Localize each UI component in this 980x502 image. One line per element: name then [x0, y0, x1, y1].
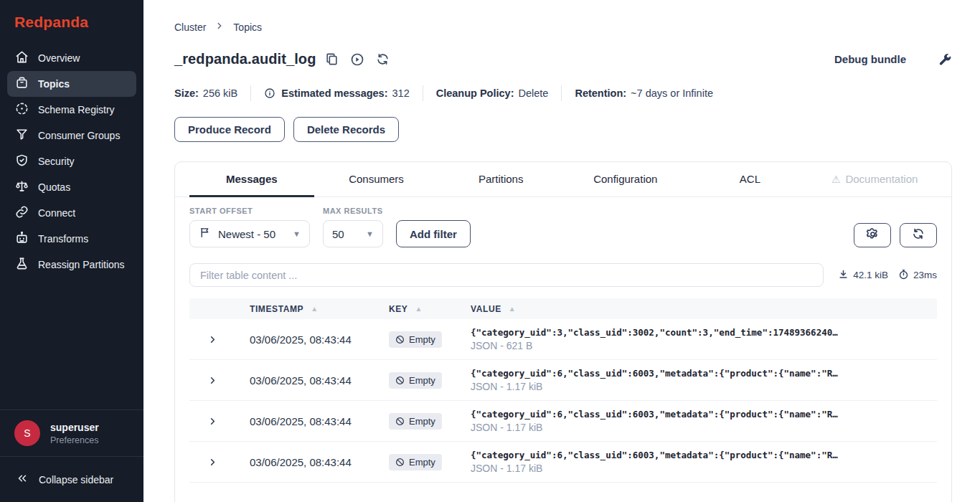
expand-row-button[interactable] — [189, 334, 235, 345]
tab-configuration[interactable]: Configuration — [563, 162, 688, 197]
produce-record-button[interactable]: Produce Record — [174, 117, 285, 142]
debug-bundle-link[interactable]: Debug bundle — [834, 53, 906, 65]
preferences-link[interactable]: Preferences — [50, 435, 99, 445]
flask-icon — [15, 257, 29, 273]
expand-row-button[interactable] — [189, 375, 235, 386]
gear-icon — [866, 227, 880, 244]
page-title: _redpanda.audit_log — [174, 51, 316, 67]
sidebar-item-label: Quotas — [38, 181, 70, 193]
empty-key-badge: Empty — [389, 331, 442, 348]
sidebar-item-topics[interactable]: Topics — [7, 71, 136, 97]
sidebar-item-label: Schema Registry — [38, 104, 115, 115]
value-cell[interactable]: {"category_uid":6,"class_uid":6003,"meta… — [471, 450, 937, 474]
title-row: _redpanda.audit_log Debug bundle — [174, 51, 952, 67]
tab-consumers[interactable]: Consumers — [314, 162, 439, 197]
main-content: Cluster Topics _redpanda.audit_log Debug… — [143, 0, 980, 502]
sort-icon: ▲ — [509, 305, 517, 313]
sidebar-item-label: Connect — [38, 207, 75, 219]
copy-icon[interactable] — [325, 52, 339, 66]
shield-icon — [15, 153, 29, 169]
ban-icon — [395, 376, 405, 385]
breadcrumb-topics[interactable]: Topics — [233, 22, 262, 33]
sort-icon: ▲ — [415, 305, 423, 313]
stat-estimated-messages: Estimated messages:312 — [264, 87, 410, 99]
app-window: Redpanda Overview Topics Schema Registry… — [0, 0, 980, 502]
table-header: TIMESTAMP▲ KEY▲ VALUE▲ — [189, 298, 937, 319]
caret-down-icon: ▼ — [293, 229, 301, 238]
topic-actions: Produce Record Delete Records — [174, 117, 952, 142]
timestamp-cell: 03/06/2025, 08:43:44 — [235, 374, 389, 387]
scales-icon — [15, 179, 29, 195]
sidebar-item-label: Topics — [38, 78, 70, 90]
redpanda-logo: Redpanda — [0, 0, 143, 41]
breadcrumb-cluster[interactable]: Cluster — [174, 22, 206, 33]
expand-row-button[interactable] — [189, 457, 235, 468]
stat-cleanup-policy: Cleanup Policy:Delete — [436, 87, 549, 99]
sort-icon: ▲ — [311, 305, 319, 313]
home-icon — [15, 50, 29, 66]
table-row: 03/06/2025, 08:43:44 Empty {"category_ui… — [189, 319, 937, 360]
value-cell[interactable]: {"category_uid":3,"class_uid":3002,"coun… — [471, 327, 937, 351]
tab-partitions[interactable]: Partitions — [438, 162, 563, 197]
start-offset-label: START OFFSET — [189, 207, 310, 215]
max-results-value: 50 — [332, 228, 344, 240]
value-cell[interactable]: {"category_uid":6,"class_uid":6003,"meta… — [471, 368, 937, 392]
expand-row-button[interactable] — [189, 416, 235, 427]
delete-records-button[interactable]: Delete Records — [293, 117, 399, 142]
sidebar-item-connect[interactable]: Connect — [7, 200, 136, 226]
sidebar-item-overview[interactable]: Overview — [7, 45, 136, 71]
sidebar-item-label: Transforms — [38, 233, 88, 245]
funnel-icon — [15, 128, 29, 143]
elapsed-time-stat: 23ms — [898, 269, 937, 282]
empty-key-badge: Empty — [389, 454, 442, 470]
table-settings-button[interactable] — [854, 223, 891, 247]
refresh-icon[interactable] — [376, 52, 390, 66]
topic-card: Messages Consumers Partitions Configurat… — [174, 161, 952, 502]
play-circle-icon[interactable] — [350, 52, 364, 67]
column-header-timestamp[interactable]: TIMESTAMP▲ — [235, 304, 389, 314]
start-offset-value: Newest - 50 — [218, 228, 275, 240]
sidebar-item-reassign-partitions[interactable]: Reassign Partitions — [7, 252, 136, 278]
sidebar-item-transforms[interactable]: Transforms — [7, 226, 136, 252]
value-cell[interactable]: {"category_uid":6,"class_uid":6003,"meta… — [471, 409, 937, 433]
wrench-icon[interactable] — [938, 52, 952, 67]
sidebar-item-consumer-groups[interactable]: Consumer Groups — [7, 123, 136, 148]
reload-messages-button[interactable] — [900, 223, 937, 247]
download-icon — [838, 269, 849, 282]
tab-acl[interactable]: ACL — [688, 162, 813, 197]
tab-documentation[interactable]: ⚠ Documentation — [812, 162, 937, 197]
timestamp-cell: 03/06/2025, 08:43:44 — [235, 456, 389, 468]
info-icon[interactable] — [264, 87, 275, 99]
sidebar-item-label: Security — [38, 156, 75, 167]
sidebar-item-schema-registry[interactable]: Schema Registry — [7, 97, 136, 123]
table-row: 03/06/2025, 08:43:44 Empty {"category_ui… — [189, 442, 937, 483]
column-header-value[interactable]: VALUE▲ — [471, 304, 937, 314]
ban-icon — [395, 458, 405, 467]
collapse-sidebar-button[interactable]: Collapse sidebar — [0, 457, 143, 502]
avatar: S — [14, 420, 40, 446]
sidebar-item-security[interactable]: Security — [7, 148, 136, 174]
ban-icon — [395, 335, 405, 344]
user-profile[interactable]: S superuser Preferences — [0, 410, 143, 456]
filter-table-input[interactable] — [189, 263, 824, 287]
max-results-select[interactable]: 50 ▼ — [323, 220, 383, 247]
tab-messages[interactable]: Messages — [189, 162, 314, 197]
sidebar-nav: Overview Topics Schema Registry Consumer… — [0, 41, 143, 409]
caret-down-icon: ▼ — [366, 229, 374, 238]
column-header-key[interactable]: KEY▲ — [389, 304, 471, 314]
search-row: 42.1 kiB 23ms — [175, 247, 951, 295]
sidebar-item-quotas[interactable]: Quotas — [7, 174, 136, 200]
start-offset-select[interactable]: Newest - 50 ▼ — [189, 220, 310, 247]
table-row: 03/06/2025, 08:43:44 Empty {"category_ui… — [189, 401, 937, 442]
sidebar: Redpanda Overview Topics Schema Registry… — [0, 0, 143, 502]
refresh-icon — [912, 227, 925, 243]
warning-icon: ⚠ — [831, 174, 841, 184]
sidebar-item-label: Reassign Partitions — [38, 259, 125, 270]
user-name: superuser — [50, 422, 99, 433]
table-row: 03/06/2025, 08:43:44 Empty {"category_ui… — [189, 360, 937, 401]
link-icon — [15, 205, 29, 221]
add-filter-button[interactable]: Add filter — [396, 220, 471, 247]
empty-key-badge: Empty — [389, 372, 442, 389]
stat-retention: Retention:~7 days or Infinite — [575, 87, 713, 99]
robot-icon — [15, 231, 29, 247]
